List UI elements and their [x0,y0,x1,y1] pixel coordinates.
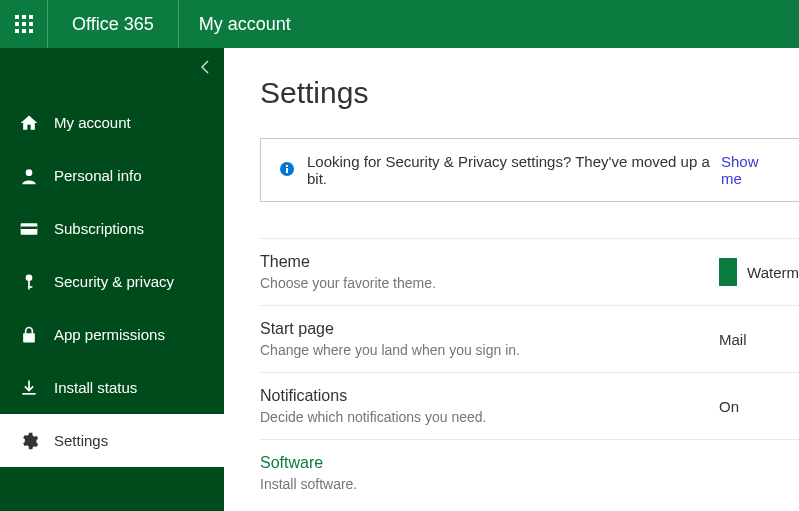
collapse-sidebar-button[interactable] [200,60,210,78]
home-icon [18,113,40,133]
info-banner: Looking for Security & Privacy settings?… [260,138,799,202]
svg-rect-8 [29,29,33,33]
theme-name: Waterm [747,264,799,281]
sidebar-item-my-account[interactable]: My account [0,96,224,149]
lock-icon [18,325,40,345]
sidebar-item-label: Install status [54,379,137,396]
svg-rect-1 [22,15,26,19]
top-bar: Office 365 My account [0,0,799,48]
sidebar-item-label: Subscriptions [54,220,144,237]
svg-rect-19 [286,165,288,167]
svg-rect-11 [21,226,38,229]
main-content: Settings Looking for Security & Privacy … [224,48,799,511]
svg-rect-5 [29,22,33,26]
setting-title: Theme [260,253,719,271]
info-icon [279,161,295,180]
setting-subtitle: Choose your favorite theme. [260,275,719,291]
svg-rect-16 [22,393,35,395]
setting-title: Notifications [260,387,719,405]
sidebar-item-label: App permissions [54,326,165,343]
svg-rect-3 [15,22,19,26]
svg-rect-0 [15,15,19,19]
card-icon [18,219,40,239]
banner-show-me-link[interactable]: Show me [721,153,781,187]
sidebar-item-label: Settings [54,432,108,449]
sidebar-item-label: Personal info [54,167,142,184]
svg-rect-13 [28,280,30,289]
app-launcher-button[interactable] [0,0,48,48]
banner-text: Looking for Security & Privacy settings?… [307,153,717,187]
key-icon [18,272,40,292]
sidebar: My account Personal info Subscriptions S… [0,48,224,511]
setting-value-notifications: On [719,398,799,415]
setting-subtitle: Decide which notifications you need. [260,409,719,425]
sidebar-item-subscriptions[interactable]: Subscriptions [0,202,224,255]
svg-rect-14 [28,286,32,288]
gear-icon [18,431,40,451]
sidebar-item-install-status[interactable]: Install status [0,361,224,414]
sidebar-item-label: My account [54,114,131,131]
svg-rect-7 [22,29,26,33]
setting-subtitle: Change where you land when you sign in. [260,342,719,358]
sidebar-item-settings[interactable]: Settings [0,414,224,467]
setting-subtitle: Install software. [260,476,799,492]
svg-rect-15 [23,333,35,342]
main-heading: Settings [260,76,799,110]
person-icon [18,166,40,186]
settings-list: Theme Choose your favorite theme. Waterm… [260,238,799,506]
svg-rect-4 [22,22,26,26]
setting-value-start: Mail [719,331,799,348]
setting-row-start-page[interactable]: Start page Change where you land when yo… [260,306,799,373]
setting-row-software[interactable]: Software Install software. [260,440,799,506]
setting-row-theme[interactable]: Theme Choose your favorite theme. Waterm [260,239,799,306]
setting-title: Start page [260,320,719,338]
sidebar-item-label: Security & privacy [54,273,174,290]
setting-row-notifications[interactable]: Notifications Decide which notifications… [260,373,799,440]
svg-point-9 [26,169,33,176]
nav: My account Personal info Subscriptions S… [0,96,224,467]
theme-swatch [719,258,737,286]
svg-rect-2 [29,15,33,19]
page-title: My account [179,0,311,48]
setting-title: Software [260,454,799,472]
setting-value-theme: Waterm [719,258,799,286]
svg-rect-6 [15,29,19,33]
brand-link[interactable]: Office 365 [48,0,179,48]
svg-point-12 [26,274,33,281]
sidebar-item-app-permissions[interactable]: App permissions [0,308,224,361]
download-icon [18,378,40,398]
sidebar-item-security-privacy[interactable]: Security & privacy [0,255,224,308]
sidebar-item-personal-info[interactable]: Personal info [0,149,224,202]
svg-rect-18 [286,168,288,173]
